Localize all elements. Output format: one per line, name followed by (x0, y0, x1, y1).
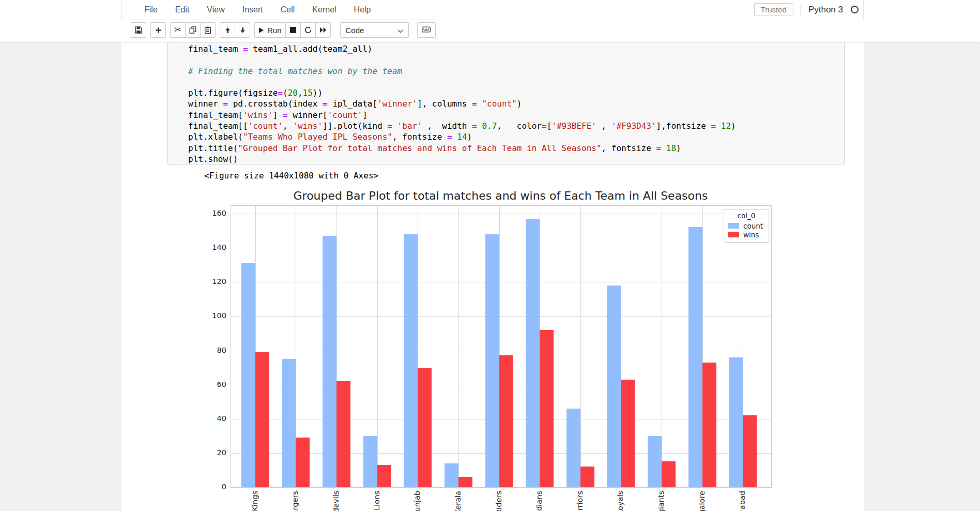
x-tick-label: Kings XI Punjab (411, 491, 423, 511)
toolbar-button-groups: ✂Run (131, 22, 331, 38)
gridline-y (231, 214, 771, 214)
legend-row-wins: wins (728, 230, 764, 239)
x-tick-label: Kochi Tuskers Kerala (452, 491, 464, 511)
y-tick-label: 60 (198, 379, 226, 389)
code-line: plt.xlabel("Teams Who Played IPL Seasons… (188, 131, 840, 142)
bar-wins (418, 368, 432, 487)
code-line: final_team['wins'] = winner['count'] (188, 110, 840, 121)
bar-count (404, 234, 418, 487)
toolbar-group (131, 22, 146, 38)
interrupt-icon (290, 27, 296, 33)
menubar: FileEditViewInsertCellKernelHelp Trusted… (121, 0, 864, 20)
save-button[interactable] (131, 22, 146, 38)
restart-run-all-button[interactable] (315, 22, 331, 38)
insert-below-button[interactable] (150, 22, 166, 38)
chevron-down-icon (397, 26, 403, 35)
code-cell[interactable]: final_team = team1_all.add(team2_all)# F… (167, 40, 845, 164)
bar-wins (255, 352, 269, 487)
paste-icon (204, 26, 211, 34)
legend-title: col_0 (728, 212, 764, 220)
legend-rows: countwins (728, 221, 764, 239)
plot-area (231, 205, 772, 488)
menu-kernel[interactable]: Kernel (303, 0, 345, 19)
cut-button[interactable]: ✂ (170, 22, 186, 38)
y-tick-label: 120 (198, 276, 226, 287)
y-tick-label: 80 (198, 345, 226, 355)
header: FileEditViewInsertCellKernelHelp Trusted… (0, 0, 980, 42)
y-tick-label: 0 (198, 482, 226, 492)
x-tick-label: Kolkata Knight Riders (493, 491, 504, 511)
kernel-idle-icon (850, 5, 859, 14)
trusted-badge[interactable]: Trusted (754, 3, 793, 16)
bar-count (363, 436, 377, 487)
save-icon (135, 26, 142, 34)
bar-wins (458, 477, 472, 487)
restart-icon (304, 26, 312, 34)
restart-button[interactable] (300, 22, 316, 38)
move-down-icon (239, 27, 246, 34)
toolbar-group: ✂ (170, 22, 216, 38)
move-down-button[interactable] (235, 22, 250, 38)
toolbar-group (220, 22, 250, 38)
paste-button[interactable] (200, 22, 216, 38)
execution-output-text: <Figure size 1440x1080 with 0 Axes> (204, 171, 378, 181)
bar-count (485, 234, 499, 487)
code-line: plt.figure(figsize=(20,15)) (188, 87, 840, 98)
legend-label-wins: wins (743, 231, 759, 239)
menu-cell[interactable]: Cell (272, 0, 304, 19)
code-line: # Finding the total matches won by the t… (188, 66, 840, 77)
restart-run-all-icon (319, 27, 327, 33)
y-tick-label: 160 (198, 208, 226, 218)
menu-view[interactable]: View (198, 0, 233, 19)
bar-count (526, 219, 540, 487)
figure-output: Grouped Bar Plot for total matches and w… (196, 182, 786, 511)
x-tick-label: Rising Pune Supergiants (655, 491, 667, 511)
move-up-icon (224, 27, 231, 34)
gridline-x (662, 206, 662, 487)
interrupt-button[interactable] (285, 22, 301, 38)
bar-wins (540, 330, 554, 487)
code-line: winner = pd.crosstab(index = ipl_data['w… (188, 98, 840, 109)
gridline-x (580, 206, 581, 487)
bar-wins (296, 438, 310, 487)
x-tick-label: Delhi Daredevils (330, 491, 342, 511)
run-icon (258, 27, 264, 34)
bar-count (445, 463, 458, 487)
toolbar-group: Run (254, 22, 331, 38)
legend-swatch-wins (728, 232, 739, 237)
toolbar-group (150, 22, 166, 38)
y-tick-label: 140 (198, 242, 226, 252)
y-tick-label: 20 (198, 447, 226, 458)
cell-type-select[interactable]: Code (340, 22, 409, 38)
menu-right: Trusted Python 3 (754, 0, 859, 19)
menu-file[interactable]: File (135, 0, 166, 19)
y-tick-label: 100 (198, 310, 226, 321)
keyboard-icon (422, 26, 431, 34)
kernel-separator (801, 5, 801, 15)
bar-count (282, 359, 296, 487)
code-line: final_team = team1_all.add(team2_all) (188, 43, 840, 54)
command-palette-button[interactable] (417, 22, 436, 38)
bar-wins (377, 465, 391, 487)
menu-help[interactable]: Help (345, 0, 380, 19)
menu: FileEditViewInsertCellKernelHelp (135, 0, 379, 19)
bar-count (607, 285, 621, 487)
x-tick-label: Royal Challengers Bangalore (696, 491, 708, 511)
x-tick-label: Mumbai Indians (533, 491, 545, 511)
bar-wins (743, 415, 757, 487)
x-tick-label: Deccan Chargers (289, 491, 301, 511)
legend-row-count: count (728, 221, 764, 230)
move-up-button[interactable] (220, 22, 235, 38)
x-tick-label: Sunrisers Hyderabad (737, 491, 748, 511)
code-line (188, 54, 840, 65)
legend-label-count: count (743, 222, 763, 230)
code-line (188, 77, 840, 87)
x-tick-label: Gujarat Lions (371, 491, 382, 511)
x-tick-label: Rajasthan Royals (615, 491, 626, 511)
run-button[interactable]: Run (254, 22, 286, 38)
copy-button[interactable] (185, 22, 201, 38)
menu-insert[interactable]: Insert (234, 0, 272, 19)
code-editor[interactable]: final_team = team1_all.add(team2_all)# F… (168, 41, 844, 164)
gridline-x (458, 206, 459, 487)
menu-edit[interactable]: Edit (166, 0, 198, 19)
